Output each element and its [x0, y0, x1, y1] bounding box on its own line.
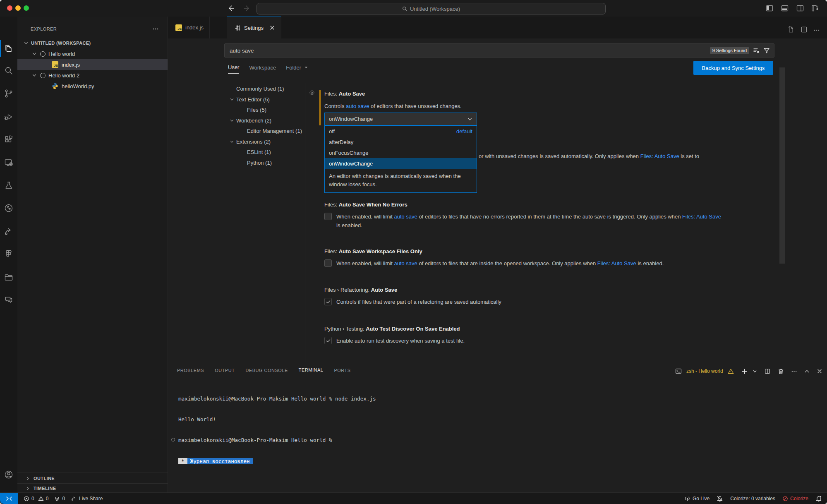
warning-triangle-icon	[728, 368, 734, 374]
close-icon[interactable]	[269, 25, 275, 31]
toggle-primary-sidebar-icon[interactable]	[765, 4, 774, 12]
open-settings-json-icon[interactable]	[787, 26, 795, 34]
folder-view-icon[interactable]	[4, 272, 14, 282]
scope-tab-folder[interactable]: Folder	[286, 65, 308, 74]
toc-item-eslint[interactable]: ESLint (1)	[225, 147, 314, 158]
live-share-icon[interactable]	[4, 226, 14, 236]
files-auto-save-link[interactable]: Files: Auto Save	[597, 260, 636, 266]
explorer-icon[interactable]	[4, 43, 14, 53]
back-arrow-icon[interactable]	[227, 5, 235, 12]
close-window-button[interactable]	[7, 5, 12, 11]
more-actions-icon[interactable]	[152, 26, 159, 32]
terminal-output[interactable]: maximbelokonskii@MacBook-Pro-Maksim Hell…	[178, 382, 376, 504]
toc-item-commonly-used[interactable]: Commonly Used (1)	[225, 84, 314, 94]
split-terminal-icon[interactable]	[764, 368, 771, 374]
tab-debug-console[interactable]: DEBUG CONSOLE	[245, 368, 288, 376]
comments-icon[interactable]	[4, 295, 14, 305]
auto-save-link[interactable]: auto save	[394, 260, 417, 266]
maximize-panel-icon[interactable]	[804, 369, 810, 374]
toc-item-extensions[interactable]: Extensions (2)	[225, 137, 314, 147]
customize-layout-icon[interactable]	[811, 4, 819, 12]
tab-terminal[interactable]: TERMINAL	[299, 367, 324, 376]
go-live-status[interactable]: Go Live	[684, 495, 710, 502]
tab-ports[interactable]: PORTS	[334, 368, 350, 376]
gitlens-icon[interactable]	[4, 203, 14, 213]
search-icon[interactable]	[4, 66, 14, 76]
forward-arrow-icon[interactable]	[243, 5, 251, 12]
filter-funnel-icon[interactable]	[763, 47, 770, 54]
more-actions-icon[interactable]	[813, 27, 820, 34]
kill-terminal-trash-icon[interactable]	[778, 368, 784, 374]
tab-problems[interactable]: PROBLEMS	[177, 368, 204, 376]
workspace-root-label: UNTITLED (WORKSPACE)	[31, 41, 91, 46]
dropdown-option-onfocuschange[interactable]: onFocusChange	[325, 147, 477, 158]
setting-desc-workspace-files-only: When enabled, will limit auto save of ed…	[336, 259, 783, 268]
scope-tab-user[interactable]: User	[228, 64, 239, 74]
run-and-debug-icon[interactable]	[4, 112, 14, 122]
split-editor-icon[interactable]	[800, 26, 808, 34]
notifications-status[interactable]	[815, 495, 822, 502]
folder-row-hello-world[interactable]: Hello world	[17, 48, 168, 59]
accounts-icon[interactable]	[4, 470, 14, 480]
minimize-window-button[interactable]	[15, 5, 21, 11]
toc-item-text-editor[interactable]: Text Editor (5)	[225, 94, 314, 105]
testing-icon[interactable]	[4, 180, 14, 190]
auto-save-link[interactable]: auto save	[346, 103, 369, 109]
new-terminal-icon[interactable]	[741, 368, 748, 375]
extensions-icon[interactable]	[4, 134, 14, 144]
outline-section[interactable]: OUTLINE	[17, 473, 168, 484]
file-row-helloworldpy[interactable]: helloWorld.py	[17, 81, 168, 91]
checkbox-checked[interactable]	[324, 337, 332, 344]
checkbox-unchecked[interactable]	[324, 213, 332, 220]
problems-status[interactable]: 0 0	[24, 496, 48, 502]
auto-save-select[interactable]: onWindowChange	[324, 113, 477, 125]
files-auto-save-link[interactable]: Files: Auto Save	[682, 214, 721, 220]
colorize-variables-status[interactable]: Colorize: 0 variables	[730, 496, 775, 502]
chevron-down-icon	[24, 41, 29, 46]
remote-explorer-icon[interactable]	[4, 158, 14, 168]
toc-item-workbench[interactable]: Workbench (2)	[225, 115, 314, 126]
dropdown-option-off[interactable]: offdefault	[325, 126, 477, 137]
checkbox-unchecked[interactable]	[324, 259, 332, 267]
remote-indicator[interactable]	[0, 493, 18, 504]
dropdown-option-afterdelay[interactable]: afterDelay	[325, 137, 477, 147]
toggle-panel-icon[interactable]	[781, 4, 789, 12]
folder-row-hello-world-2[interactable]: Hello world 2	[17, 70, 168, 81]
toggle-secondary-sidebar-icon[interactable]	[796, 4, 804, 12]
files-auto-save-link[interactable]: Files: Auto Save	[640, 153, 679, 159]
tab-settings[interactable]: Settings	[227, 17, 281, 38]
setting-gear-icon[interactable]	[309, 89, 315, 96]
broadcast-status[interactable]: 0	[54, 496, 65, 502]
live-share-status[interactable]: Live Share	[71, 495, 103, 502]
terminal-dropdown-icon[interactable]	[753, 369, 757, 374]
checkbox-checked[interactable]	[324, 298, 332, 305]
status-bar: 0 0 0 Live Share Go Live Colorize:	[0, 492, 827, 504]
backup-sync-settings-button[interactable]: Backup and Sync Settings	[693, 61, 773, 75]
do-not-disturb-status[interactable]	[717, 495, 723, 502]
toc-item-editor-management[interactable]: Editor Management (1)	[225, 126, 314, 137]
close-panel-icon[interactable]	[817, 368, 822, 374]
settings-search-input[interactable]: auto save 9 Settings Found	[224, 43, 774, 58]
source-control-icon[interactable]	[4, 89, 14, 98]
zoom-window-button[interactable]	[24, 5, 29, 11]
figma-icon[interactable]	[4, 249, 14, 259]
colorize-error-status[interactable]: Colorize	[782, 496, 808, 502]
command-center-search[interactable]: Untitled (Workspace)	[256, 3, 606, 14]
terminal-instance-label[interactable]: zsh - Hello world	[686, 368, 723, 374]
timeline-section[interactable]: TIMELINE	[17, 483, 168, 493]
toc-item-files[interactable]: Files (5)	[225, 105, 314, 115]
more-actions-icon[interactable]	[791, 368, 797, 374]
scrollbar-thumb[interactable]	[779, 67, 785, 264]
javascript-file-icon: JS	[175, 24, 182, 31]
error-circle-icon	[24, 496, 29, 502]
clear-filters-icon[interactable]	[753, 47, 760, 54]
scope-tab-workspace[interactable]: Workspace	[249, 65, 276, 74]
workspace-root-row[interactable]: UNTITLED (WORKSPACE)	[17, 38, 168, 48]
toc-item-python[interactable]: Python (1)	[225, 158, 314, 168]
tab-output[interactable]: OUTPUT	[215, 368, 235, 376]
auto-save-link[interactable]: auto save	[394, 214, 417, 220]
dropdown-option-onwindowchange[interactable]: onWindowChange	[325, 158, 477, 169]
tab-indexjs[interactable]: JS index.js	[168, 17, 210, 38]
command-decoration-circle[interactable]	[171, 438, 175, 442]
file-row-indexjs[interactable]: JS index.js	[17, 59, 168, 70]
